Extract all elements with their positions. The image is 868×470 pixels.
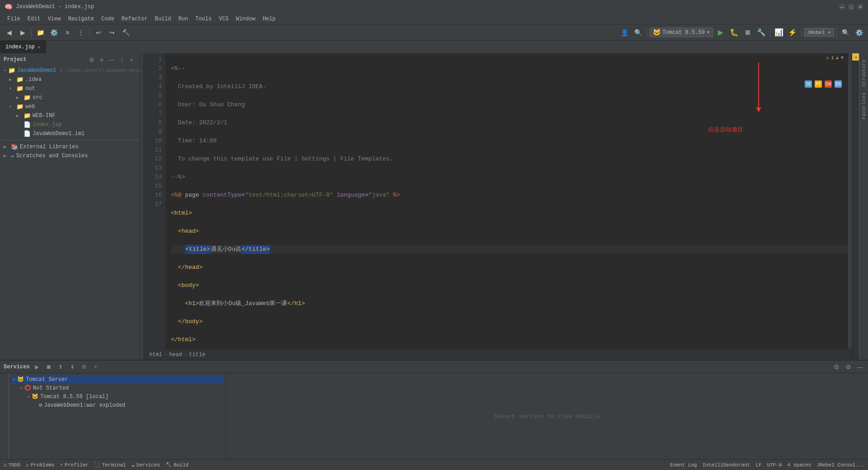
code-line-11: <title>遇见小Du说</title> [171,245,848,254]
profiler-button[interactable]: ⚡ [786,26,799,39]
tree-item-src[interactable]: ▶ 📁 src [0,93,140,102]
status-profiler[interactable]: ⚡ Profiler [60,462,88,468]
status-jrebel[interactable]: JRebel Consol... [816,462,864,468]
status-intellideodorant[interactable]: IntelliDeodorant [703,462,750,468]
build-run-button[interactable]: 🔧 [755,26,768,39]
sidebar-collapse-button[interactable]: — [107,55,116,64]
sidebar-add-button[interactable]: + [127,55,136,64]
chrome-icon[interactable]: CH [825,80,832,88]
tab-index-jsp[interactable]: index.jsp ✕ [0,41,46,53]
settings2-button[interactable]: ⚙️ [853,26,865,39]
build-button[interactable]: 🔨 [119,26,132,39]
tree-item-web[interactable]: ▾ 📁 web [0,102,140,111]
tree-label-indexjsp: index.jsp [33,122,62,128]
status-problems[interactable]: ⚠ Problems [26,462,54,468]
jrebel-badge[interactable]: JRebel ▾ [804,28,834,37]
services-settings-btn[interactable]: ⚙ [844,362,853,371]
debug-button[interactable]: 🐛 [728,26,741,39]
menu-code[interactable]: Code [98,15,118,23]
breadcrumb-head[interactable]: head [169,352,182,358]
tree-arrow-ext-libs: ▶ [4,144,9,150]
services-expand-btn[interactable]: ⬆ [56,362,65,371]
warning-indicator[interactable]: ⚠ 1 ▲ ▼ [826,54,844,61]
close-button[interactable]: ✕ [857,4,863,10]
tree-label-web: web [25,103,35,110]
sidebar-controls: ⚙ ≡ — ⋮ + [87,55,136,64]
minimize-button[interactable]: — [839,4,845,10]
gutter-warning[interactable]: ⚠ [852,53,859,61]
stop-button[interactable]: ⏹ [741,26,754,39]
undo-button[interactable]: ↩ [92,26,105,39]
sidebar-gear-button[interactable]: ⚙ [87,55,96,64]
tree-item-indexjsp[interactable]: ▶ 📄 index.jsp [0,120,140,129]
ie-icon[interactable]: IE [805,80,812,88]
service-item-tomcat-local[interactable]: ▾ 🐱 Tomcat 8.5.59 [local] [11,392,224,401]
vertical-scrollbar[interactable] [848,53,852,349]
forward-button[interactable]: ▶ [16,26,29,39]
search-everywhere-button[interactable]: 🔍 [839,26,852,39]
menu-run[interactable]: Run [175,15,192,23]
menu-help[interactable]: Help [259,15,279,23]
services-stop-btn[interactable]: ⏹ [44,362,53,371]
find-button[interactable]: 🔍 [632,26,644,39]
status-indent[interactable]: 4 spaces [788,462,811,468]
bookmark-button[interactable]: ⋮ [75,26,87,39]
maximize-button[interactable]: □ [848,4,854,10]
status-event-log[interactable]: Event Log [670,462,697,468]
settings-button[interactable]: ⚙️ [47,26,60,39]
tree-item-out[interactable]: ▾ 📁 out [0,84,140,93]
edge-icon[interactable]: EG [835,80,842,88]
code-content[interactable]: <%-- Created by IntelliJ IDEA. User: Du … [165,53,848,349]
menu-edit[interactable]: Edit [24,15,44,23]
menu-build[interactable]: Build [151,15,175,23]
menu-tools[interactable]: Tools [192,15,215,23]
structure-button[interactable]: ≡ [61,26,74,39]
sidebar-settings-button[interactable]: ⋮ [117,55,126,64]
menu-view[interactable]: View [44,15,65,23]
service-item-war[interactable]: ▶ ⚙ JavaWebDemo1:war exploded [11,401,224,409]
structure-panel-toggle[interactable]: Structure [860,58,868,88]
services-gear-btn[interactable]: ⚙ [832,362,841,371]
tree-item-root[interactable]: ▾ 📁 JavaWebDemo1 E:\IDEA-object\javaWeb-… [0,66,140,75]
tree-item-ext-libs[interactable]: ▶ 📚 External Libraries [0,142,140,151]
services-filter-btn[interactable]: ⚙ [80,362,89,371]
services-close-btn[interactable]: — [855,362,864,371]
project-view-button[interactable]: 📁 [34,26,47,39]
tree-item-scratches[interactable]: ▶ ✏️ Scratches and Consoles [0,151,140,160]
breadcrumb-html[interactable]: html [149,352,162,358]
menu-refactor[interactable]: Refactor [118,15,151,23]
tree-icon-iml: 📄 [24,130,31,137]
run-button[interactable]: ▶ [714,26,727,39]
tree-item-webinf[interactable]: ▶ 📁 WEB-INF [0,111,140,120]
status-services[interactable]: ☁ Services [132,462,160,468]
sidebar-expand-button[interactable]: ≡ [97,55,106,64]
favorites-toggle[interactable]: Favorites [860,91,868,121]
tree-item-iml[interactable]: ▶ 📄 JavaWebDemo1.iml [0,129,140,138]
breadcrumb-title[interactable]: title [189,352,205,358]
build-label: Build [174,462,189,468]
tree-icon-webinf: 📁 [24,112,31,119]
menu-navigate[interactable]: Navigate [64,15,98,23]
status-encoding[interactable]: UTF-8 [767,462,782,468]
status-todo[interactable]: ☑ TODO [4,462,20,468]
profile-config-button[interactable]: 👤 [618,26,631,39]
firefox-icon[interactable]: FF [815,80,822,88]
menu-vcs[interactable]: VCS [215,15,232,23]
menu-file[interactable]: File [4,15,24,23]
status-build[interactable]: 🔨 Build [165,462,189,468]
menu-window[interactable]: Window [232,15,259,23]
services-play-btn[interactable]: ▶ [33,362,42,371]
status-terminal[interactable]: ⬛ Terminal [94,462,126,468]
coverage-button[interactable]: 📊 [773,26,785,39]
tab-close-button[interactable]: ✕ [38,44,41,50]
linesep-label: LF [755,462,761,468]
services-collapse-btn[interactable]: ⬇ [68,362,77,371]
run-configuration[interactable]: 🐱 Tomcat 8.5.59 ▾ [649,27,713,38]
back-button[interactable]: ◀ [3,26,15,39]
status-linesep[interactable]: LF [755,462,761,468]
service-item-tomcat-server[interactable]: ▾ 🐱 Tomcat Server [11,375,224,384]
services-add-btn[interactable]: + [91,362,100,371]
redo-button[interactable]: ↪ [106,26,118,39]
tree-item-idea[interactable]: ▶ 📁 .idea [0,75,140,84]
service-item-not-started[interactable]: ▾ ⭕ Not Started [11,384,224,392]
